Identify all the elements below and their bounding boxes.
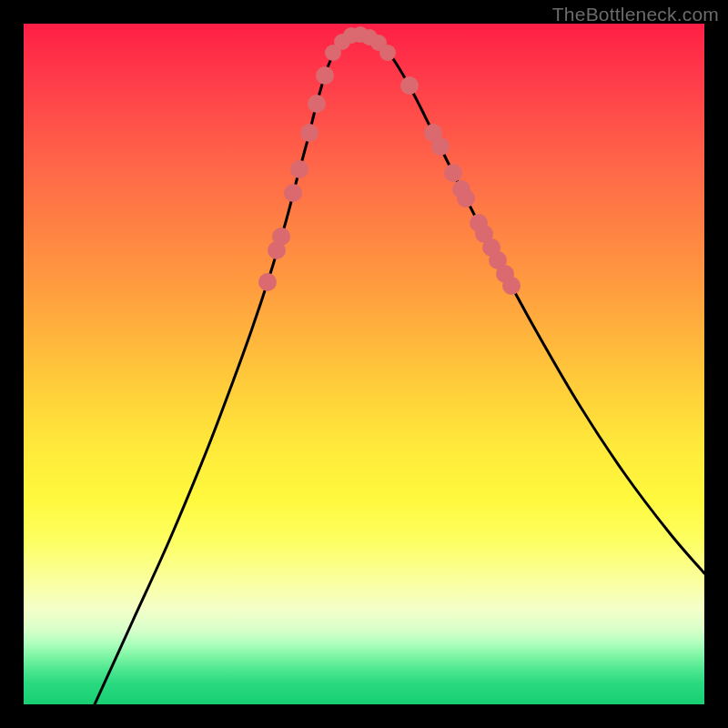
curve-marker [379, 45, 396, 61]
curve-marker [290, 160, 308, 178]
curve-marker [316, 66, 334, 85]
curve-markers [258, 26, 521, 295]
curve-marker [272, 228, 290, 246]
curve-marker [258, 273, 277, 291]
watermark-label: TheBottleneck.com [552, 4, 719, 25]
curve-marker [457, 189, 475, 207]
curve-marker [400, 76, 419, 95]
chart-svg [24, 24, 704, 704]
chart-plot-area [24, 24, 704, 704]
curve-marker [300, 124, 318, 142]
curve-marker [431, 137, 450, 156]
curve-marker [308, 95, 326, 113]
curve-marker [444, 164, 462, 182]
curve-marker [284, 184, 302, 202]
bottleneck-curve [95, 34, 704, 704]
curve-marker [502, 277, 521, 295]
chart-frame [24, 24, 704, 704]
